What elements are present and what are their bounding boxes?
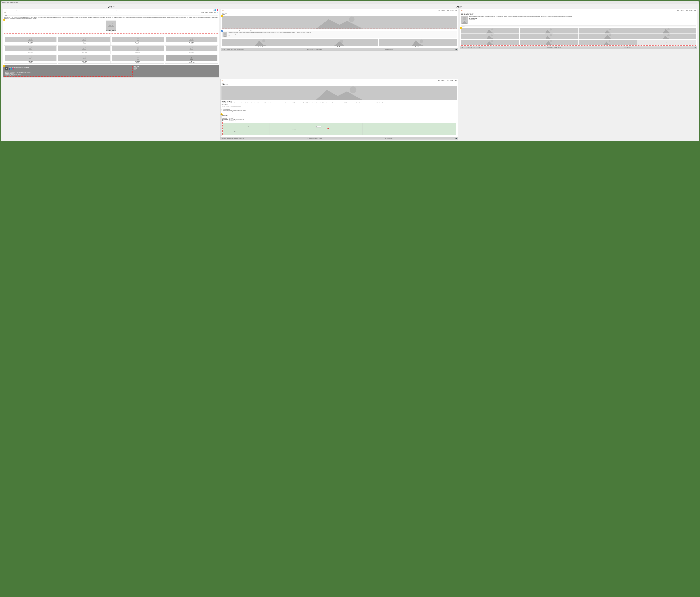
contact-email-row: Email ariantarh@gmail.com	[222, 120, 456, 121]
svg-point-20	[85, 47, 86, 48]
svg-point-68	[668, 28, 670, 30]
instagram-about-footer-icon: 📷	[455, 138, 457, 139]
nav-ideas-about[interactable]: Ideas	[455, 80, 457, 81]
arch-member-4[interactable]	[638, 28, 696, 33]
footer-facebook-icon[interactable]: f	[9, 68, 10, 70]
after-team-hero-box: 1	[222, 16, 457, 29]
about-hero-image	[221, 86, 457, 100]
svg-point-14	[192, 38, 193, 39]
nav-about-about[interactable]: About Us	[442, 80, 445, 81]
nav-team-about[interactable]: Team	[446, 80, 449, 81]
nav-team-arch[interactable]: Team	[686, 10, 688, 11]
arch-team-card[interactable]: Architecture Team	[222, 39, 300, 47]
arch-member-9[interactable]	[461, 40, 519, 45]
nav-ideas-after[interactable]: Ideas	[455, 10, 457, 11]
contact-email-value: ariantarh@gmail.com	[229, 120, 236, 121]
bottom-row: 🏠 Home About Us Team Portfolio Ideas Hom…	[3, 79, 697, 140]
before-team-grid: Daniel Mark Architect Daniel Mark Archit…	[4, 36, 218, 64]
after-team-title: Team	[222, 14, 457, 15]
nav-about-after[interactable]: About Us	[442, 10, 445, 11]
annotation-2: 2	[3, 65, 5, 67]
nav-about-arch[interactable]: About Us	[680, 10, 684, 11]
facility-team-card[interactable]: Facility Team	[379, 39, 457, 47]
arch-grid-annotation: 1	[461, 28, 696, 46]
arch-member-6[interactable]	[520, 34, 578, 39]
svg-point-74	[550, 34, 552, 36]
arch-member-10[interactable]	[520, 40, 578, 45]
team-card-4: Daniel Mark Architect	[165, 36, 218, 45]
after-arch-column: 🏠 Home About Us Team Portfolio Ideas Hom…	[459, 9, 697, 49]
team-card-3: Daniel Mark Architect	[111, 36, 164, 45]
nav-blog[interactable]: Blog	[214, 12, 216, 13]
nav-home-arch[interactable]: Home	[677, 10, 679, 11]
after-ceo-annotation: M	[221, 30, 223, 32]
svg-point-5	[31, 38, 32, 39]
tab-title: Facility View | Select Projects	[2, 2, 18, 3]
nav-portfolio-arch[interactable]: Portfolio	[689, 10, 693, 11]
before-nav: 🏠 About Projects Contact Blog 🔍	[3, 11, 219, 14]
svg-point-62	[550, 28, 552, 30]
arch-member-5[interactable]	[461, 34, 519, 39]
arch-member-3[interactable]	[579, 28, 637, 33]
arch-search-bar[interactable]: Search...	[461, 25, 696, 27]
nav-about[interactable]: About	[201, 12, 204, 13]
footer-link-3[interactable]: Projects	[133, 69, 218, 70]
before-home-tab[interactable]: Home	[4, 15, 218, 16]
nav-projects[interactable]: Projects	[205, 12, 208, 13]
after-ceo-info: Lorem ipsum dolor sit amet consectetur. …	[228, 32, 311, 38]
nav-contact[interactable]: Contact	[209, 12, 212, 13]
team-card-6: Daniel Mark Architect	[58, 45, 111, 54]
about-footer-phones: +98 (021)22383411 - 22148196 - 22148296	[307, 138, 322, 139]
svg-point-59	[491, 28, 493, 30]
arch-profile: PhD of Architecture, founder of Arian Ta…	[461, 16, 696, 24]
search-icon[interactable]: 🔍	[217, 12, 218, 13]
about-footer-email: ariantarh@gmail.com	[385, 138, 393, 139]
instagram-icon[interactable]: i	[217, 9, 218, 11]
ceo-team-role: C.E.O	[228, 35, 311, 36]
map-info-bubble: Mahboe Khoob...	[316, 126, 321, 127]
civil-team-card[interactable]: Civil Team	[300, 39, 378, 47]
member-role-12: Job Opportunities	[166, 62, 218, 63]
nav-portfolio-about[interactable]: Portfolio	[450, 80, 453, 81]
arch-member-11[interactable]	[579, 40, 637, 45]
footer-instagram-icon[interactable]: i	[12, 68, 14, 70]
arch-member-1[interactable]	[461, 28, 519, 33]
footer-twitter-icon[interactable]: t	[10, 68, 12, 70]
nav-home-about[interactable]: Home	[438, 80, 440, 81]
about-nav-links: Home About Us Team Portfolio Ideas	[438, 80, 457, 81]
twitter-icon[interactable]: t	[215, 9, 216, 11]
member-img-9	[5, 55, 56, 61]
home-icon-about[interactable]: 🏠	[221, 80, 223, 81]
arch-member-7[interactable]	[579, 34, 637, 39]
arch-profile-text: PhD of Architecture, founder of Arian Ta…	[469, 16, 572, 24]
nav-team-after[interactable]: Team	[447, 10, 449, 11]
facebook-icon[interactable]: f	[214, 9, 215, 11]
team-card-12: You Job Opportunities	[165, 55, 218, 64]
svg-point-71	[491, 34, 493, 36]
before-body-text: Lorem ipsum dolor sit amet consectetur. …	[4, 17, 218, 19]
ceo-team-name: Mohammad Gholipour	[228, 33, 311, 35]
arch-job-card[interactable]: You Job Opportunity	[638, 40, 696, 45]
after-arch-nav-links: Home About Us Team Portfolio Ideas	[677, 10, 696, 11]
arch-profile-name: Arjan Ashkiani	[469, 18, 572, 19]
nav-home-after[interactable]: Home	[438, 10, 440, 11]
arch-profile-bio: PhD of Architecture, founder of Arian Ta…	[469, 16, 572, 17]
home-icon-after[interactable]: 🏠	[222, 9, 224, 11]
arch-member-8[interactable]	[638, 34, 696, 39]
arch-member-2[interactable]	[520, 28, 578, 33]
team-card-1: Daniel Mark Architect	[4, 36, 57, 45]
before-nav-links: About Projects Contact Blog 🔍	[201, 12, 218, 13]
svg-point-34	[137, 57, 139, 58]
member-role-2: Architect	[58, 43, 110, 44]
home-icon-arch[interactable]: 🏠	[461, 9, 462, 11]
contact-phone-label: Phone Number	[222, 119, 228, 120]
about-footer: Unit 3, No. 39, Narmi St., Sarv Sq., Saa…	[221, 137, 458, 140]
nav-ideas-arch[interactable]: Ideas	[694, 10, 696, 11]
after-arch-body: Home > Team > Architecture Team Architec…	[460, 12, 697, 47]
svg-point-47	[262, 39, 266, 43]
nav-portfolio-after[interactable]: Portfolio	[450, 10, 454, 11]
contact-address-value: Unit 3, No. 39, Narmi St., Sarv Sq., Saa…	[229, 117, 251, 118]
svg-point-41	[349, 17, 354, 22]
service-5: External Works and Landscaping Services	[223, 113, 457, 114]
home-icon[interactable]: 🏠	[4, 11, 6, 13]
